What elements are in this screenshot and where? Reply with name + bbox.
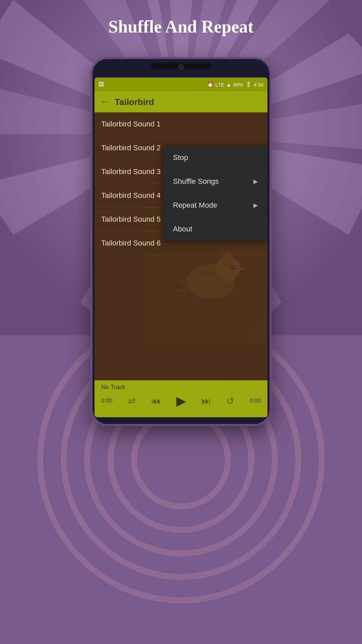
power-button <box>269 126 272 146</box>
phone-screen: 🖼 ⏰ LTE ▲ 89% 🔋 4:34 ← Tailorbird <box>95 77 267 417</box>
repeat-chevron: ▶ <box>253 202 258 209</box>
battery-icon: 🔋 <box>245 82 252 88</box>
time-right: 0:00 <box>250 397 261 404</box>
about-label: About <box>173 225 192 233</box>
photo-icon: 🖼 <box>99 82 104 88</box>
player-track: No Track <box>101 384 261 391</box>
shuffle-chevron: ▶ <box>253 178 258 185</box>
toolbar-title: Tailorbird <box>115 97 154 107</box>
song-item-1[interactable]: Tailorbird Sound 1 <box>95 112 267 136</box>
shuffle-label: Shuffle Songs <box>173 177 219 186</box>
phone-camera <box>178 64 184 70</box>
svg-point-20 <box>134 413 228 506</box>
next-button[interactable]: ⏭ <box>201 395 211 407</box>
prev-button[interactable]: ⏮ <box>151 395 161 407</box>
page-title: Shuffle And Repeat <box>0 17 362 37</box>
signal-bars: ▲ <box>226 82 231 88</box>
stop-label: Stop <box>173 153 188 162</box>
play-button[interactable]: ▶ <box>176 393 186 408</box>
app-toolbar: ← Tailorbird <box>95 92 267 112</box>
shuffle-button[interactable]: ⇌ <box>128 395 136 407</box>
menu-item-about[interactable]: About <box>164 217 267 241</box>
context-menu: Stop Shuffle Songs ▶ Repeat Mode ▶ About <box>164 146 267 241</box>
volume-down-button <box>90 160 93 183</box>
menu-item-shuffle[interactable]: Shuffle Songs ▶ <box>164 170 267 194</box>
mute-button <box>90 109 93 123</box>
repeat-label: Repeat Mode <box>173 201 217 210</box>
alarm-icon: ⏰ <box>207 82 214 88</box>
battery-pct: 89% <box>233 82 243 88</box>
volume-up-button <box>90 129 93 153</box>
menu-item-stop[interactable]: Stop <box>164 146 267 170</box>
status-bar: 🖼 ⏰ LTE ▲ 89% 🔋 4:34 <box>95 77 267 92</box>
phone-frame: 🖼 ⏰ LTE ▲ 89% 🔋 4:34 ← Tailorbird <box>90 57 272 426</box>
status-right: ⏰ LTE ▲ 89% 🔋 4:34 <box>207 82 264 88</box>
phone-mockup: 🖼 ⏰ LTE ▲ 89% 🔋 4:34 ← Tailorbird <box>90 57 272 426</box>
status-left: 🖼 <box>99 82 104 88</box>
repeat-button[interactable]: ↺ <box>226 395 234 407</box>
menu-item-repeat[interactable]: Repeat Mode ▶ <box>164 194 267 217</box>
player-bar: No Track 0:00 ⇌ ⏮ ▶ ⏭ ↺ 0:00 <box>95 380 267 417</box>
lte-label: LTE <box>216 82 224 88</box>
player-controls: 0:00 ⇌ ⏮ ▶ ⏭ ↺ 0:00 <box>101 393 261 408</box>
clock: 4:34 <box>254 82 263 88</box>
time-left: 0:00 <box>101 397 112 404</box>
back-button[interactable]: ← <box>100 97 109 107</box>
